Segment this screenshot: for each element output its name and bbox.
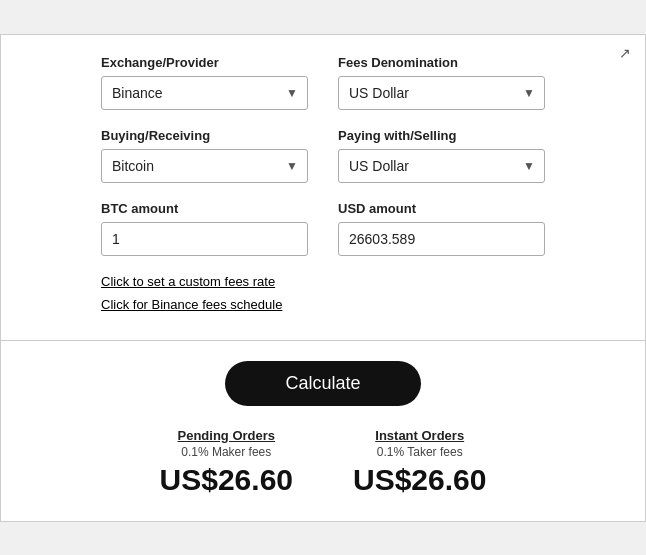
- paying-group: Paying with/Selling US Dollar Bitcoin Eu…: [338, 128, 545, 183]
- instant-orders-label: Instant Orders: [353, 428, 486, 443]
- fees-schedule-link[interactable]: Click for Binance fees schedule: [101, 297, 545, 312]
- pending-orders-sublabel: 0.1% Maker fees: [160, 445, 293, 459]
- usd-amount-input[interactable]: [338, 222, 545, 256]
- exchange-label: Exchange/Provider: [101, 55, 308, 70]
- btc-amount-group: BTC amount: [101, 201, 308, 256]
- usd-amount-group: USD amount: [338, 201, 545, 256]
- instant-orders-result: Instant Orders 0.1% Taker fees US$26.60: [353, 428, 486, 497]
- buying-select-wrapper: Bitcoin Ethereum Litecoin ▼: [101, 149, 308, 183]
- custom-fees-link[interactable]: Click to set a custom fees rate: [101, 274, 545, 289]
- exchange-select[interactable]: Binance Coinbase Kraken: [101, 76, 308, 110]
- form-row-3: BTC amount USD amount: [101, 201, 545, 256]
- exchange-group: Exchange/Provider Binance Coinbase Krake…: [101, 55, 308, 110]
- form-row-2: Buying/Receiving Bitcoin Ethereum Liteco…: [101, 128, 545, 183]
- results-row: Pending Orders 0.1% Maker fees US$26.60 …: [1, 428, 645, 497]
- buying-label: Buying/Receiving: [101, 128, 308, 143]
- paying-select[interactable]: US Dollar Bitcoin Euro: [338, 149, 545, 183]
- instant-orders-value: US$26.60: [353, 463, 486, 497]
- btc-amount-label: BTC amount: [101, 201, 308, 216]
- bottom-section: Calculate Pending Orders 0.1% Maker fees…: [1, 341, 645, 521]
- form-row-1: Exchange/Provider Binance Coinbase Krake…: [101, 55, 545, 110]
- top-section: ↗ Exchange/Provider Binance Coinbase Kra…: [1, 35, 645, 341]
- usd-amount-label: USD amount: [338, 201, 545, 216]
- btc-amount-input[interactable]: [101, 222, 308, 256]
- calculator-wrapper: ↗ Exchange/Provider Binance Coinbase Kra…: [0, 34, 646, 522]
- fees-denom-label: Fees Denomination: [338, 55, 545, 70]
- calculate-button[interactable]: Calculate: [225, 361, 420, 406]
- pending-orders-label: Pending Orders: [160, 428, 293, 443]
- pending-orders-value: US$26.60: [160, 463, 293, 497]
- buying-group: Buying/Receiving Bitcoin Ethereum Liteco…: [101, 128, 308, 183]
- paying-label: Paying with/Selling: [338, 128, 545, 143]
- paying-select-wrapper: US Dollar Bitcoin Euro ▼: [338, 149, 545, 183]
- pending-orders-result: Pending Orders 0.1% Maker fees US$26.60: [160, 428, 293, 497]
- buying-select[interactable]: Bitcoin Ethereum Litecoin: [101, 149, 308, 183]
- instant-orders-sublabel: 0.1% Taker fees: [353, 445, 486, 459]
- fees-denom-select[interactable]: US Dollar Bitcoin Euro: [338, 76, 545, 110]
- fees-denom-group: Fees Denomination US Dollar Bitcoin Euro…: [338, 55, 545, 110]
- links-section: Click to set a custom fees rate Click fo…: [101, 274, 545, 312]
- exchange-select-wrapper: Binance Coinbase Kraken ▼: [101, 76, 308, 110]
- external-link-icon[interactable]: ↗: [619, 45, 631, 61]
- fees-denom-select-wrapper: US Dollar Bitcoin Euro ▼: [338, 76, 545, 110]
